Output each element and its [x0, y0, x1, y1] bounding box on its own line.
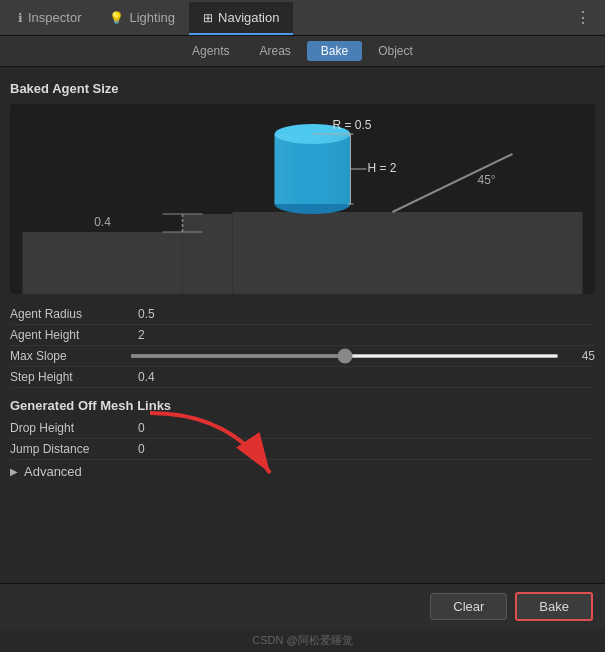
- agent-height-row: Agent Height 2: [10, 325, 595, 346]
- tab-inspector-label: Inspector: [28, 10, 81, 25]
- triangle-icon: ▶: [10, 466, 18, 477]
- jump-distance-value: 0: [130, 442, 595, 456]
- agent-svg: 0.4 45° R = 0.5 H =: [10, 104, 595, 294]
- sub-tab-areas[interactable]: Areas: [245, 41, 304, 61]
- clear-button[interactable]: Clear: [430, 593, 507, 620]
- svg-rect-1: [23, 232, 183, 294]
- svg-text:0.4: 0.4: [94, 215, 111, 229]
- max-slope-slider-container: 45: [130, 349, 595, 363]
- agent-radius-label: Agent Radius: [10, 307, 130, 321]
- footer: Clear Bake: [0, 583, 605, 629]
- advanced-label: Advanced: [24, 464, 82, 479]
- max-slope-slider[interactable]: [130, 354, 559, 358]
- tab-bar: ℹ Inspector 💡 Lighting ⊞ Navigation ⋮: [0, 0, 605, 36]
- watermark: CSDN @阿松爱睡觉: [0, 629, 605, 652]
- svg-text:R = 0.5: R = 0.5: [333, 118, 372, 132]
- bake-button[interactable]: Bake: [515, 592, 593, 621]
- sub-tab-bake[interactable]: Bake: [307, 41, 362, 61]
- inspector-icon: ℹ: [18, 11, 23, 25]
- step-height-value: 0.4: [130, 370, 595, 384]
- jump-distance-label: Jump Distance: [10, 442, 130, 456]
- agent-radius-value: 0.5: [130, 307, 595, 321]
- step-height-row: Step Height 0.4: [10, 367, 595, 388]
- lighting-icon: 💡: [109, 11, 124, 25]
- sub-tab-agents[interactable]: Agents: [178, 41, 243, 61]
- baked-agent-size-title: Baked Agent Size: [10, 81, 595, 96]
- drop-height-label: Drop Height: [10, 421, 130, 435]
- main-content: Baked Agent Size 0.4: [0, 67, 605, 583]
- svg-rect-13: [275, 134, 351, 204]
- tab-lighting[interactable]: 💡 Lighting: [95, 2, 189, 35]
- svg-rect-3: [233, 212, 583, 294]
- svg-text:H = 2: H = 2: [368, 161, 397, 175]
- max-slope-label: Max Slope: [10, 349, 130, 363]
- tab-navigation[interactable]: ⊞ Navigation: [189, 2, 293, 35]
- max-slope-value: 45: [567, 349, 595, 363]
- sub-tab-object[interactable]: Object: [364, 41, 427, 61]
- more-button[interactable]: ⋮: [565, 0, 601, 35]
- step-height-label: Step Height: [10, 370, 130, 384]
- tab-lighting-label: Lighting: [129, 10, 175, 25]
- svg-text:45°: 45°: [478, 173, 496, 187]
- agent-height-label: Agent Height: [10, 328, 130, 342]
- drop-height-row: Drop Height 0: [10, 418, 595, 439]
- agent-radius-row: Agent Radius 0.5: [10, 304, 595, 325]
- jump-distance-row: Jump Distance 0: [10, 439, 595, 460]
- agent-visualization: 0.4 45° R = 0.5 H =: [10, 104, 595, 294]
- svg-rect-2: [183, 214, 233, 294]
- advanced-row[interactable]: ▶ Advanced: [10, 460, 595, 483]
- drop-height-value: 0: [130, 421, 595, 435]
- sub-tab-bar: Agents Areas Bake Object: [0, 36, 605, 67]
- max-slope-row: Max Slope 45: [10, 346, 595, 367]
- tab-navigation-label: Navigation: [218, 10, 279, 25]
- agent-height-value: 2: [130, 328, 595, 342]
- tab-inspector[interactable]: ℹ Inspector: [4, 2, 95, 35]
- more-icon: ⋮: [575, 8, 591, 27]
- navigation-icon: ⊞: [203, 11, 213, 25]
- generated-links-title: Generated Off Mesh Links: [10, 398, 595, 413]
